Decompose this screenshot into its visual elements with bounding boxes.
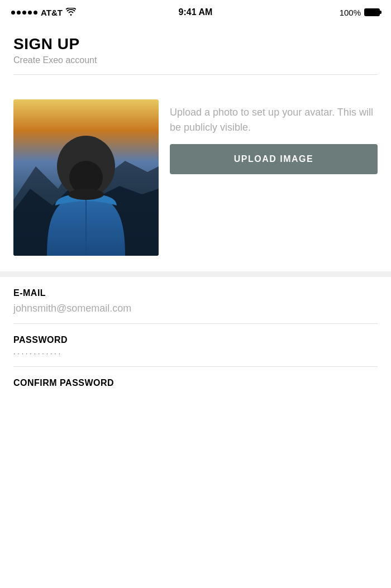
svg-point-6: [68, 189, 104, 200]
page-header: SIGN UP Create Exeo account: [0, 25, 391, 84]
page-title: SIGN UP: [13, 36, 378, 53]
status-left: AT&T: [11, 8, 76, 17]
status-right: 100%: [340, 8, 380, 17]
upload-description: Upload a photo to set up your avatar. Th…: [170, 105, 378, 135]
confirm-password-gap: [13, 388, 378, 399]
password-value[interactable]: ············: [13, 350, 378, 367]
page-subtitle: Create Exeo account: [13, 55, 378, 65]
wifi-icon: [66, 8, 76, 17]
signal-dot-5: [34, 11, 37, 15]
password-label: PASSWORD: [13, 335, 378, 345]
signal-dot-4: [28, 11, 32, 15]
avatar-image-container: [13, 99, 159, 256]
signal-dots: [11, 11, 37, 15]
confirm-password-field-container: CONFIRM PASSWORD: [0, 367, 391, 399]
password-field-container: PASSWORD ············: [0, 324, 391, 367]
section-divider-1: [0, 271, 391, 277]
signal-dot-2: [17, 11, 21, 15]
upload-image-button[interactable]: UPLOAD IMAGE: [170, 144, 378, 174]
email-value[interactable]: johnsmith@somemail.com: [13, 303, 378, 324]
status-bar: AT&T 9:41 AM 100%: [0, 0, 391, 25]
avatar-right-content: Upload a photo to set up your avatar. Th…: [170, 99, 378, 174]
status-time: 9:41 AM: [179, 7, 213, 17]
signal-dot-3: [22, 11, 26, 15]
avatar-placeholder: [13, 99, 159, 256]
battery-fill: [365, 9, 379, 15]
battery-icon: [364, 8, 380, 16]
email-label: E-MAIL: [13, 288, 378, 298]
header-divider: [13, 74, 378, 75]
carrier-label: AT&T: [41, 8, 63, 17]
battery-label: 100%: [340, 8, 361, 17]
email-field-container: E-MAIL johnsmith@somemail.com: [0, 277, 391, 324]
avatar-section: Upload a photo to set up your avatar. Th…: [0, 84, 391, 271]
avatar-svg: [13, 99, 159, 256]
signal-dot-1: [11, 11, 15, 15]
confirm-password-label: CONFIRM PASSWORD: [13, 378, 378, 388]
